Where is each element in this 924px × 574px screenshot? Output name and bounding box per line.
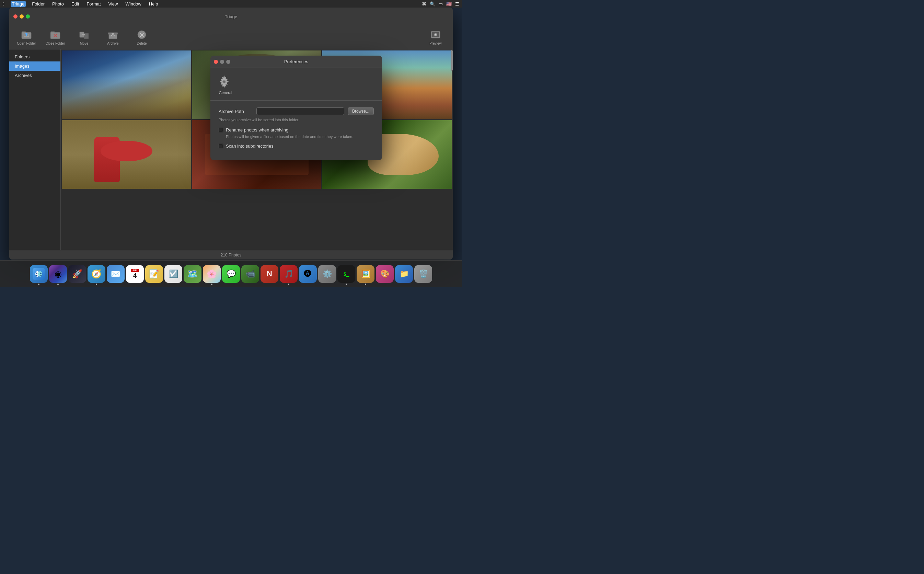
menu-help[interactable]: Help: [148, 1, 160, 7]
apple-menu[interactable]: : [3, 2, 5, 6]
svg-rect-1: [22, 32, 26, 33]
open-folder-label: Open Folder: [17, 41, 36, 45]
archive-button[interactable]: Archive: [102, 29, 123, 45]
scrollbar-track[interactable]: [450, 49, 453, 250]
pref-toolbar: General: [210, 68, 382, 101]
archive-path-desc: Photos you archive will be sorted into t…: [219, 118, 374, 122]
rename-checkbox-row: Rename photos when archiving: [219, 127, 374, 132]
minimize-button[interactable]: [20, 14, 24, 19]
open-folder-icon: [21, 29, 32, 40]
menu-edit[interactable]: Edit: [70, 1, 80, 7]
svg-rect-6: [50, 32, 55, 33]
dock-item-safari[interactable]: 🧭: [88, 265, 105, 283]
archive-path-input[interactable]: [257, 107, 344, 115]
scan-checkbox[interactable]: [219, 144, 223, 148]
dock-item-music[interactable]: 🎵: [280, 265, 298, 283]
archive-path-row: Archive Path Browse...: [219, 107, 374, 115]
dock-item-siri[interactable]: ◉: [49, 265, 67, 283]
dock-item-messages[interactable]: 💬: [222, 265, 240, 283]
close-folder-icon: [50, 29, 61, 40]
archive-label: Archive: [107, 41, 118, 45]
archive-path-label: Archive Path: [219, 109, 253, 114]
menubar-airplay-icon[interactable]: ▭: [439, 2, 443, 6]
gear-icon: [216, 74, 232, 90]
delete-label: Delete: [137, 41, 147, 45]
menubar-menu-icon[interactable]: ☰: [455, 2, 459, 6]
preferences-dialog: Preferences General: [210, 55, 382, 160]
dock-item-trash[interactable]: 🗑️: [414, 265, 432, 283]
sidebar-item-archives[interactable]: Archives: [9, 71, 60, 80]
preview-icon: [430, 29, 441, 40]
menubar-flag-icon[interactable]: 🇺🇸: [446, 2, 452, 6]
close-folder-button[interactable]: Close Folder: [45, 29, 66, 45]
dock-item-colorpicker[interactable]: 🎨: [376, 265, 394, 283]
dock-item-reminders[interactable]: ☑️: [164, 265, 182, 283]
pref-close-button[interactable]: [214, 60, 218, 64]
svg-point-28: [40, 273, 41, 274]
dock-item-appstore[interactable]: 🅐: [299, 265, 317, 283]
menu-photo[interactable]: Photo: [51, 1, 65, 7]
close-button[interactable]: [13, 14, 17, 19]
pref-general-label: General: [219, 91, 232, 95]
dock-item-syspref[interactable]: ⚙️: [318, 265, 336, 283]
dock-item-calendar[interactable]: JUL 4: [126, 265, 144, 283]
menubar-icon-1[interactable]: ⌘: [422, 2, 426, 6]
maximize-button[interactable]: [26, 14, 30, 19]
window-title: Triage: [225, 14, 237, 19]
dock-item-terminal[interactable]: $_: [337, 265, 355, 283]
dock: ◉ 🚀 🧭 ✉️ JUL 4 📝 ☑️ 🗺️ 🌸 💬 📹 N 🎵: [0, 260, 462, 287]
pref-general-tab[interactable]: General: [216, 74, 235, 95]
dock-item-news[interactable]: N: [261, 265, 279, 283]
dock-item-finder[interactable]: [30, 265, 48, 283]
dock-item-maps[interactable]: 🗺️: [184, 265, 201, 283]
menu-window[interactable]: Window: [124, 1, 143, 7]
pref-dialog-title: Preferences: [284, 59, 308, 64]
dock-item-mail[interactable]: ✉️: [107, 265, 124, 283]
photo-count: 210 Photos: [221, 253, 242, 257]
dock-item-notes[interactable]: 📝: [145, 265, 163, 283]
dock-item-imageviewer[interactable]: 🖼️: [357, 265, 375, 283]
status-bar: 210 Photos: [9, 250, 453, 260]
sidebar: Folders Images Archives: [9, 49, 61, 250]
menu-folder[interactable]: Folder: [31, 1, 46, 7]
menu-format[interactable]: Format: [85, 1, 102, 7]
scan-label: Scan into subdirectories: [226, 144, 274, 149]
scrollbar-thumb[interactable]: [451, 50, 453, 71]
move-button[interactable]: Move: [74, 29, 94, 45]
menu-view[interactable]: View: [107, 1, 120, 7]
scan-checkbox-row: Scan into subdirectories: [219, 144, 374, 149]
svg-point-27: [36, 273, 38, 274]
pref-traffic-lights: [214, 60, 230, 64]
rename-label: Rename photos when archiving: [226, 127, 288, 132]
dock-item-launchpad[interactable]: 🚀: [68, 265, 86, 283]
open-folder-button[interactable]: Open Folder: [16, 29, 37, 45]
menubar-right: ⌘ 🔍 ▭ 🇺🇸 ☰: [422, 2, 459, 6]
dock-item-files[interactable]: 📁: [395, 265, 413, 283]
dock-item-photos[interactable]: 🌸: [203, 265, 221, 283]
svg-point-23: [223, 81, 225, 83]
traffic-lights: [13, 14, 30, 19]
menubar-search-icon[interactable]: 🔍: [430, 2, 435, 6]
sidebar-item-images[interactable]: Images: [9, 62, 60, 71]
delete-icon: [136, 29, 147, 40]
rename-checkbox[interactable]: [219, 128, 223, 132]
archive-icon: [107, 29, 118, 40]
browse-button[interactable]: Browse...: [348, 107, 374, 115]
sidebar-item-folders[interactable]: Folders: [9, 52, 60, 62]
rename-desc: Photos will be given a filename based on…: [226, 134, 374, 139]
move-icon: [79, 29, 90, 40]
title-bar: Triage: [9, 8, 453, 25]
app-window: Triage Open Folder: [9, 8, 453, 260]
pref-minimize-button[interactable]: [220, 60, 224, 64]
menubar:  Triage Folder Photo Edit Format View W…: [0, 0, 462, 8]
delete-button[interactable]: Delete: [131, 29, 152, 45]
menu-triage[interactable]: Triage: [11, 1, 26, 7]
svg-rect-10: [84, 33, 88, 39]
dock-item-facetime[interactable]: 📹: [241, 265, 259, 283]
pref-maximize-button[interactable]: [226, 60, 230, 64]
svg-point-20: [435, 34, 436, 35]
photo-cell-1[interactable]: [62, 50, 191, 119]
preview-label: Preview: [430, 41, 442, 45]
photo-cell-4[interactable]: [62, 120, 191, 189]
preview-button[interactable]: Preview: [425, 29, 446, 45]
